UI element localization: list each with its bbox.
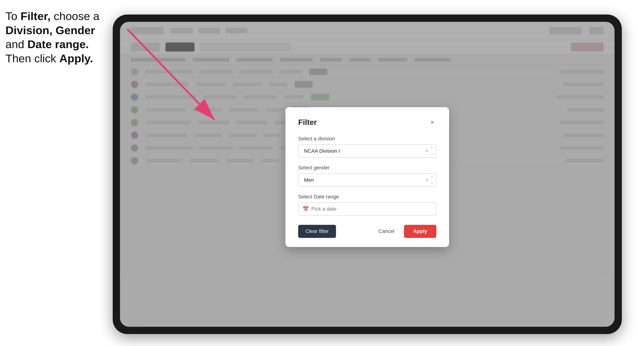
modal-footer-actions: Cancel Apply xyxy=(373,225,436,238)
modal-footer: Clear filter Cancel Apply xyxy=(298,225,436,238)
gender-label: Select gender xyxy=(298,165,436,171)
division-form-group: Select a division NCAA Division I NCAA D… xyxy=(298,136,436,158)
gender-chevron-icon: ⌃⌄ xyxy=(430,175,434,185)
calendar-icon: 📅 xyxy=(302,206,309,212)
cancel-button[interactable]: Cancel xyxy=(373,225,400,238)
gender-form-group: Select gender Men Women × ⌃⌄ xyxy=(298,165,436,187)
division-select[interactable]: NCAA Division I NCAA Division II NCAA Di… xyxy=(298,144,436,158)
date-form-group: Select Date range 📅 xyxy=(298,194,436,216)
tablet-screen: Filter × Select a division NCAA Division… xyxy=(120,22,614,327)
gender-clear-icon[interactable]: × xyxy=(426,177,428,182)
apply-button[interactable]: Apply xyxy=(404,225,436,238)
division-label: Select a division xyxy=(298,136,436,142)
modal-close-button[interactable]: × xyxy=(428,118,436,126)
date-label: Select Date range xyxy=(298,194,436,200)
modal-title: Filter xyxy=(298,118,317,127)
instruction-line1: To Filter, choose aDivision, Genderand D… xyxy=(6,10,100,65)
filter-modal: Filter × Select a division NCAA Division… xyxy=(286,107,449,247)
division-clear-icon[interactable]: × xyxy=(426,148,428,153)
instruction-text: To Filter, choose aDivision, Genderand D… xyxy=(6,9,107,65)
clear-filter-button[interactable]: Clear filter xyxy=(298,225,336,238)
date-input-wrapper: 📅 xyxy=(298,202,436,216)
modal-header: Filter × xyxy=(298,118,436,127)
gender-select[interactable]: Men Women xyxy=(298,173,436,187)
gender-select-wrapper: Men Women × ⌃⌄ xyxy=(298,173,436,187)
division-select-wrapper: NCAA Division I NCAA Division II NCAA Di… xyxy=(298,144,436,158)
tablet-frame: Filter × Select a division NCAA Division… xyxy=(113,14,622,334)
date-input[interactable] xyxy=(298,202,436,216)
division-chevron-icon: ⌃⌄ xyxy=(430,146,434,156)
